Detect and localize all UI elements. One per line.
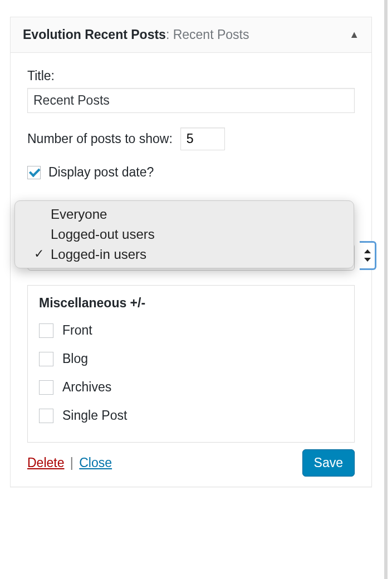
visibility-option-logged-out[interactable]: Logged-out users xyxy=(15,224,354,244)
misc-heading: Miscellaneous +/- xyxy=(39,296,343,311)
column-divider xyxy=(384,0,388,579)
visibility-option-everyone[interactable]: Everyone xyxy=(15,204,354,224)
visibility-option-logged-in[interactable]: Logged-in users xyxy=(15,244,354,264)
widget-title-separator: : xyxy=(166,27,173,42)
title-input[interactable] xyxy=(27,88,355,113)
display-date-checkbox[interactable] xyxy=(27,166,41,179)
misc-item-single-post: Single Post xyxy=(39,408,343,423)
footer-links: Delete | Close xyxy=(27,455,112,470)
widget-body: Title: Number of posts to show: Display … xyxy=(11,53,371,487)
widget-header[interactable]: Evolution Recent Posts: Recent Posts ▲ xyxy=(11,17,371,53)
num-posts-row: Number of posts to show: xyxy=(27,127,355,150)
display-date-label: Display post date? xyxy=(48,165,154,180)
visibility-select-focus-edge xyxy=(360,241,376,270)
misc-item-archives: Archives xyxy=(39,380,343,395)
widget-title-line: Evolution Recent Posts: Recent Posts xyxy=(23,27,249,42)
num-posts-input[interactable] xyxy=(180,127,225,150)
misc-label-blog: Blog xyxy=(62,351,88,366)
save-button[interactable]: Save xyxy=(302,449,355,477)
title-label: Title: xyxy=(27,68,55,84)
widget-footer: Delete | Close Save xyxy=(27,449,355,477)
close-link[interactable]: Close xyxy=(79,455,112,470)
widget-name: Evolution Recent Posts xyxy=(23,27,166,42)
misc-label-single-post: Single Post xyxy=(62,408,127,423)
num-posts-label: Number of posts to show: xyxy=(27,131,173,146)
misc-label-front: Front xyxy=(62,323,92,338)
display-date-row: Display post date? xyxy=(27,165,355,180)
misc-checkbox-single-post[interactable] xyxy=(39,409,53,423)
misc-label-archives: Archives xyxy=(62,380,111,395)
misc-checkbox-archives[interactable] xyxy=(39,380,53,395)
visibility-dropdown: Everyone Logged-out users Logged-in user… xyxy=(14,200,354,268)
footer-separator: | xyxy=(66,455,77,470)
misc-item-front: Front xyxy=(39,323,343,338)
collapse-up-icon[interactable]: ▲ xyxy=(349,29,359,41)
misc-checkbox-front[interactable] xyxy=(39,323,53,338)
select-arrows-icon xyxy=(364,249,371,262)
delete-link[interactable]: Delete xyxy=(27,455,64,470)
widget-instance-title: Recent Posts xyxy=(173,27,249,42)
misc-item-blog: Blog xyxy=(39,351,343,366)
misc-checkbox-blog[interactable] xyxy=(39,352,53,366)
misc-panel: Miscellaneous +/- Front Blog Archives Si… xyxy=(27,285,355,443)
